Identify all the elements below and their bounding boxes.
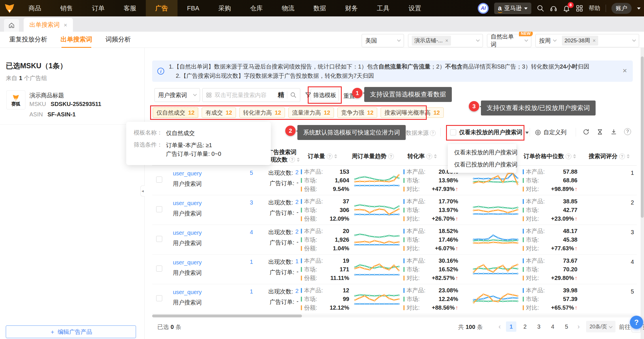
conversion-cell: 本产品:23.08% 市场:12.24% 对比:+88.56%↑ xyxy=(403,287,458,313)
nav-item-logistics[interactable]: 物流 xyxy=(272,0,304,16)
subtab-order-search-terms[interactable]: 出单搜索词 xyxy=(56,32,96,48)
row-checkbox[interactable] xyxy=(156,295,162,301)
nav-item-tools[interactable]: 工具 xyxy=(367,0,399,16)
refresh-icon[interactable] xyxy=(583,128,590,135)
scrollbar-thumb[interactable] xyxy=(152,315,302,317)
custom-columns-button[interactable]: 自定义列 xyxy=(535,128,566,136)
nav-item-settings[interactable]: 设置 xyxy=(399,0,431,16)
up-arrow-icon: ↑ xyxy=(455,215,458,222)
chip-high-conversion-potential[interactable]: 转化潜力高12 xyxy=(239,107,285,118)
nav-item-orders[interactable]: 订单 xyxy=(82,0,114,16)
banner-close-icon[interactable]: × xyxy=(623,67,627,74)
nav-item-service[interactable]: 客服 xyxy=(114,0,146,16)
home-tab-button[interactable] xyxy=(4,19,19,32)
next-page-button[interactable]: › xyxy=(573,321,584,332)
collapse-panel-handle[interactable]: ◂ xyxy=(140,185,145,196)
only-unlaunched-filter[interactable]: 仅看未投放的用户搜索词 xyxy=(450,128,529,136)
nav-item-fba[interactable]: FBA xyxy=(177,0,209,16)
col-header-median-price[interactable]: 订单价格中位数 ? xyxy=(518,152,581,160)
chip-organic-only[interactable]: 仅自然成交12 xyxy=(153,107,198,118)
word-type-select[interactable]: 自然出单词 NEW xyxy=(487,34,531,47)
chip-high-traffic-potential[interactable]: 流量潜力高12 xyxy=(288,107,334,118)
menu-item-only-unlaunched[interactable]: 仅看未投放的用户搜索词 xyxy=(448,146,516,158)
filter-template-button[interactable]: 筛选模板 xyxy=(311,89,339,101)
sort-icon[interactable] xyxy=(627,154,630,158)
batch-search-input[interactable]: 双击可批量搜索内容 精 xyxy=(202,88,300,102)
search-icon[interactable] xyxy=(290,92,296,98)
history-hourglass-icon[interactable] xyxy=(596,128,603,135)
page-button-3[interactable]: 3 xyxy=(534,321,544,332)
marketplace-selector[interactable]: a 亚马逊 xyxy=(494,3,531,14)
row-checkbox[interactable] xyxy=(156,236,162,242)
checkbox[interactable] xyxy=(450,129,456,135)
vertical-scrollbar[interactable] xyxy=(641,48,644,339)
edit-ad-products-button[interactable]: ＋ 编辑广告产品 xyxy=(6,325,136,338)
subtab-word-frequency[interactable]: 词频分析 xyxy=(101,32,135,48)
account-button[interactable]: 账户 xyxy=(611,3,632,14)
nav-item-ads[interactable]: 广告 xyxy=(146,0,177,16)
divider xyxy=(287,91,287,99)
pagination-bar: 已选0条 共100条 ‹ 1 2 3 4 5 › 20条/页 前往 1 页 xyxy=(152,319,637,335)
col-header-score[interactable]: 搜索词评分 ? xyxy=(584,152,634,160)
sort-icon[interactable] xyxy=(434,154,437,158)
ai-assistant-button[interactable]: AI xyxy=(478,3,489,14)
col-header-conversion[interactable]: 转化率 ? xyxy=(401,152,444,160)
headset-icon[interactable] xyxy=(550,5,557,12)
help-circle-icon[interactable]: ? xyxy=(624,128,631,135)
nav-item-data[interactable]: 数据 xyxy=(304,0,336,16)
country-select[interactable]: 美国 xyxy=(362,34,404,47)
store-select[interactable]: 演示店铺-... × xyxy=(408,34,483,47)
row-checkbox[interactable] xyxy=(156,266,162,272)
search-icon[interactable] xyxy=(537,5,544,12)
remove-period-icon[interactable]: × xyxy=(593,38,596,43)
app-logo[interactable] xyxy=(0,3,19,14)
nav-item-products[interactable]: 商品 xyxy=(19,0,51,16)
sort-icon[interactable] xyxy=(297,158,300,162)
median-price-cell: 本产品:48.17 市场:45.38 对比:+77.63%↑ xyxy=(523,228,577,254)
col-header-orders[interactable]: 订单量 ? xyxy=(301,152,344,160)
annotation-tooltip-3: 支持仅查看未投放/已投放用户搜索词 xyxy=(481,101,596,115)
page-button-1[interactable]: 1 xyxy=(506,321,516,332)
nav-item-warehouse[interactable]: 仓库 xyxy=(241,0,272,16)
account-chevron-icon[interactable] xyxy=(637,7,641,11)
subtab-duplicate-analysis[interactable]: 重复投放分析 xyxy=(5,32,51,48)
query-link[interactable]: user_query xyxy=(173,200,202,207)
page-button-5[interactable]: 5 xyxy=(561,321,572,332)
nav-item-sales[interactable]: 销售 xyxy=(51,0,82,16)
row-checkbox[interactable] xyxy=(156,177,162,183)
tab-close-icon[interactable]: × xyxy=(64,22,67,28)
orders-trend-sparkline xyxy=(354,170,400,189)
caret-down-icon xyxy=(525,132,529,136)
notifications-bell-icon[interactable]: 8 xyxy=(563,5,570,12)
page-button-4[interactable]: 4 xyxy=(547,321,558,332)
exact-match-toggle[interactable]: 精 xyxy=(278,91,284,99)
page-size-select[interactable]: 20条/页 xyxy=(586,321,615,332)
tab-order-search-terms[interactable]: 出单搜索词 × xyxy=(24,18,73,32)
chip-has-orders[interactable]: 有成交12 xyxy=(202,107,236,118)
chip-strong-competitiveness[interactable]: 竞争力强12 xyxy=(337,107,377,118)
query-link[interactable]: user_query xyxy=(173,259,202,266)
nav-item-purchase[interactable]: 采购 xyxy=(209,0,241,16)
prev-page-button[interactable]: ‹ xyxy=(494,321,505,332)
help-floating-button[interactable]: ? xyxy=(630,316,643,329)
period-select[interactable]: 按周 2025-38周 × xyxy=(535,34,639,47)
chip-high-exposure-probability[interactable]: 搜索词曝光概率高12 xyxy=(381,107,443,118)
horizontal-scrollbar[interactable] xyxy=(152,315,637,317)
query-link[interactable]: user_query xyxy=(173,170,202,177)
conversion-trend-sparkline xyxy=(473,199,519,218)
scrollbar-thumb[interactable] xyxy=(641,56,644,218)
sort-icon[interactable] xyxy=(334,154,337,158)
help-link[interactable]: 帮助 xyxy=(589,4,600,12)
search-placeholder: 双击可批量搜索内容 xyxy=(215,91,275,99)
row-checkbox[interactable] xyxy=(156,206,162,212)
apps-grid-icon[interactable] xyxy=(576,5,583,12)
remove-store-icon[interactable]: × xyxy=(445,38,448,43)
sort-icon[interactable] xyxy=(573,154,576,158)
download-icon[interactable] xyxy=(610,128,617,135)
nav-item-finance[interactable]: 财务 xyxy=(336,0,367,16)
page-button-2[interactable]: 2 xyxy=(520,321,530,332)
query-link[interactable]: user_query xyxy=(173,230,202,236)
search-type-select[interactable]: 用户搜索词 xyxy=(154,88,200,102)
query-link[interactable]: user_query xyxy=(173,289,202,296)
menu-item-only-launched[interactable]: 仅看已投放的用户搜索词 xyxy=(448,158,516,171)
